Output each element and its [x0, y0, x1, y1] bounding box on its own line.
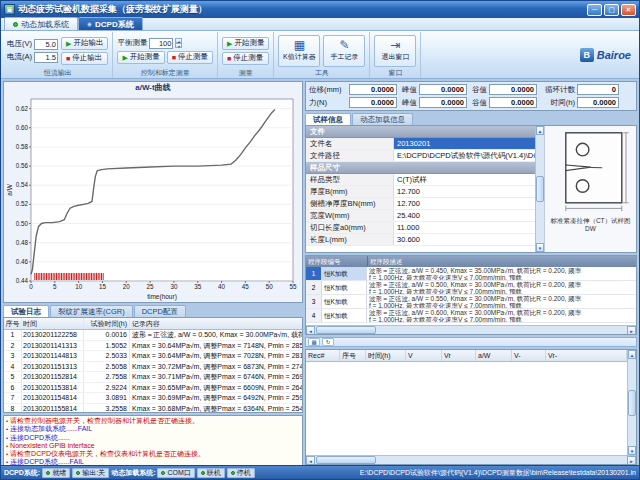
- manual-record-button[interactable]: ✎手工记录: [323, 35, 365, 67]
- start-output-button[interactable]: ▶开始输出: [61, 37, 108, 50]
- svg-text:0.52: 0.52: [16, 200, 29, 207]
- log-row[interactable]: 6201302011538142.9224Kmax = 30.65MPa√m, …: [4, 383, 302, 394]
- cal-start-button[interactable]: ▶开始测量: [117, 51, 164, 64]
- record-col-header[interactable]: V: [406, 350, 442, 361]
- record-grid-icon[interactable]: ▦: [308, 338, 320, 346]
- log-cell: 3.0891: [84, 393, 130, 403]
- scrollbar-thumb[interactable]: [316, 326, 376, 334]
- log-row[interactable]: 7201302011548143.0891Kmax = 30.69MPa√m, …: [4, 393, 302, 404]
- log-cell: 20130201144813: [22, 351, 84, 361]
- record-col-header[interactable]: Rec#: [306, 350, 340, 361]
- property-row[interactable]: 长度L(mm)30.600: [306, 234, 535, 246]
- test-log-table: 序号时间试验时间(h)记录内容 1201302011222580.0016波形＝…: [3, 317, 303, 413]
- k-calculator-button[interactable]: ▦K值计算器: [278, 35, 320, 67]
- toolbar-group-window: ⇥退出窗口 窗口: [370, 32, 421, 78]
- property-grid-scrollbar[interactable]: ▴ ▾: [535, 126, 544, 252]
- minimize-button[interactable]: ─: [587, 4, 602, 16]
- group-caption-tools: 工具: [278, 68, 365, 78]
- tab-dcpd-config[interactable]: DCPD配置: [134, 305, 186, 317]
- property-row[interactable]: 文件路径E:\DCPD\DCPD试验软件\源代码(V1.4)\DCPD测量软: [306, 150, 535, 162]
- segment-row[interactable]: 3恒K加载波形＝正弦波, a/W = 0.550, Kmax = 30.00MP…: [306, 295, 636, 309]
- scroll-up-icon[interactable]: ▴: [536, 126, 544, 135]
- measure-start-button[interactable]: ▶开始测量: [222, 37, 269, 50]
- cal-stop-button[interactable]: ■停止测量: [167, 51, 213, 64]
- title-bar: ▣ 动态疲劳试验机数据采集（疲劳裂纹扩展测量） ─ ▢ ✕: [1, 1, 639, 18]
- segment-desc-header[interactable]: 程序段描述: [368, 256, 636, 267]
- scrollbar-thumb[interactable]: [316, 456, 376, 464]
- scrollbar-thumb[interactable]: [536, 176, 544, 202]
- segment-h-scrollbar[interactable]: ◂ ▸: [306, 325, 636, 334]
- property-row[interactable]: 宽度W(mm)25.400: [306, 210, 535, 222]
- segment-row[interactable]: 4恒K加载波形＝正弦波, a/W = 0.600, Kmax = 30.00MP…: [306, 309, 636, 323]
- log-row[interactable]: 1201302011222580.0016波形＝正弦波, a/W = 0.500…: [4, 330, 302, 341]
- dcpd-status-label: DCPD系统:: [4, 468, 40, 478]
- log-col-header[interactable]: 序号: [4, 318, 22, 329]
- svg-text:35: 35: [194, 283, 202, 290]
- record-col-header[interactable]: Vr-: [546, 350, 627, 361]
- record-col-header[interactable]: 时间(h): [366, 350, 406, 361]
- log-cell: 20130201152814: [22, 372, 84, 382]
- maximize-button[interactable]: ▢: [604, 4, 619, 16]
- segment-row[interactable]: 2恒K加载波形＝正弦波, a/W = 0.500, Kmax = 30.00MP…: [306, 281, 636, 295]
- voltage-input[interactable]: 5.0: [34, 39, 58, 50]
- log-row[interactable]: 4201302011513132.5058Kmax = 30.72MPa√m, …: [4, 362, 302, 373]
- log-tab-strip: 试验日志 裂纹扩展速率(CGR) DCPD配置: [3, 305, 303, 317]
- scroll-down-icon[interactable]: ▾: [628, 446, 636, 455]
- property-grid: 文件文件名20130201文件路径E:\DCPD\DCPD试验软件\源代码(V1…: [306, 126, 535, 252]
- segment-row[interactable]: 1恒K加载波形＝正弦波, a/W = 0.450, Kmax = 35.00MP…: [306, 267, 636, 281]
- segment-id-header[interactable]: 程序段编号: [306, 256, 368, 267]
- log-cell: 2.9224: [84, 383, 130, 393]
- log-row[interactable]: 2201302011413131.5052Kmax = 30.64MPa√m, …: [4, 341, 302, 352]
- tab-cgr[interactable]: 裂纹扩展速率(CGR): [50, 305, 133, 317]
- property-row[interactable]: 侧槽净厚度BN(mm)12.700: [306, 198, 535, 210]
- tab-dcpd-system[interactable]: DCPD系统: [78, 17, 143, 30]
- close-button[interactable]: ✕: [621, 4, 636, 16]
- balance-input[interactable]: 100: [149, 38, 173, 49]
- record-col-header[interactable]: a/W: [476, 350, 512, 361]
- tab-test-log[interactable]: 试验日志: [3, 305, 49, 317]
- record-col-header[interactable]: Vr: [442, 350, 476, 361]
- log-row[interactable]: 8201302011558143.2558Kmax = 30.68MPa√m, …: [4, 404, 302, 414]
- scroll-right-icon[interactable]: ▸: [627, 456, 636, 465]
- property-row[interactable]: 文件名20130201: [306, 138, 535, 150]
- scroll-right-icon[interactable]: ▸: [627, 326, 636, 335]
- scrollbar-thumb[interactable]: [628, 390, 636, 416]
- svg-text:a/W: a/W: [6, 183, 13, 195]
- scroll-down-icon[interactable]: ▾: [536, 243, 544, 252]
- current-input[interactable]: 1.5: [34, 52, 58, 63]
- tab-dynamic-load-info[interactable]: 动态加载信息: [352, 113, 413, 125]
- scroll-left-icon[interactable]: ◂: [306, 326, 315, 335]
- log-col-header[interactable]: 时间: [22, 318, 84, 329]
- record-h-scrollbar[interactable]: ◂ ▸: [306, 455, 636, 464]
- property-section-header[interactable]: 文件: [306, 126, 535, 138]
- tab-dynamic-system[interactable]: 动态加载系统: [4, 17, 78, 30]
- log-row[interactable]: 5201302011528142.7558Kmax = 30.71MPa√m, …: [4, 372, 302, 383]
- tab-specimen-info[interactable]: 试样信息: [305, 113, 351, 125]
- record-refresh-icon[interactable]: ↻: [322, 338, 334, 346]
- tab-dcpd-label: DCPD系统: [95, 19, 134, 30]
- stop-output-button[interactable]: ■停止输出: [61, 52, 108, 65]
- log-col-header[interactable]: 记录内容: [130, 318, 302, 329]
- record-col-header[interactable]: V-: [512, 350, 546, 361]
- exit-window-button[interactable]: ⇥退出窗口: [374, 35, 416, 67]
- spin-down-icon[interactable]: ▾: [175, 43, 182, 48]
- measure-stop-button[interactable]: ■停止测量: [222, 52, 269, 65]
- segment-table-body: 1恒K加载波形＝正弦波, a/W = 0.450, Kmax = 35.00MP…: [306, 267, 636, 323]
- record-col-header[interactable]: 序号: [340, 350, 366, 361]
- record-v-scrollbar[interactable]: ▴ ▾: [627, 350, 636, 455]
- property-section-header[interactable]: 样品尺寸: [306, 162, 535, 174]
- status-led-icon: [46, 471, 50, 475]
- left-column: a/W-t曲线 0.440.460.480.500.520.540.560.58…: [3, 81, 303, 465]
- bullet-icon: •: [6, 425, 8, 433]
- log-col-header[interactable]: 试验时间(h): [84, 318, 130, 329]
- scroll-up-icon[interactable]: ▴: [628, 350, 636, 359]
- log-cell: 20130201141313: [22, 341, 84, 351]
- log-row[interactable]: 3201302011448132.5033Kmax = 30.64MPa√m, …: [4, 351, 302, 362]
- log-cell: 6: [4, 383, 22, 393]
- property-row[interactable]: 样品类型C(T)试样: [306, 174, 535, 186]
- property-row[interactable]: 切口长度a0(mm)11.000: [306, 222, 535, 234]
- right-column: 位移(mm) 0.0000 峰值 0.0000 谷值 0.0000 循环计数 0…: [305, 81, 637, 465]
- scroll-left-icon[interactable]: ◂: [306, 456, 315, 465]
- property-row[interactable]: 厚度B(mm)12.700: [306, 186, 535, 198]
- balance-spinner[interactable]: ▴▾: [175, 38, 182, 48]
